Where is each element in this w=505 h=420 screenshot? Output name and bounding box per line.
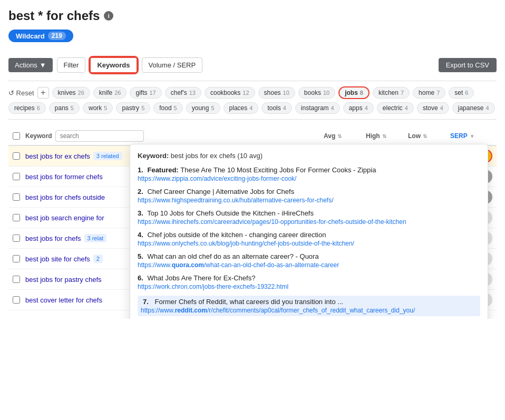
row-checkbox[interactable]: [13, 193, 20, 201]
serp-result-title: 1. Featured: These Are The 10 Most Excit…: [138, 166, 480, 174]
serp-result-item: 6. What Jobs Are There for Ex-Chefs? htt…: [138, 274, 480, 290]
row-checkbox[interactable]: [13, 276, 20, 283]
actions-button[interactable]: Actions ▼: [8, 58, 53, 72]
serp-sort-icon: ▼: [470, 133, 475, 139]
page-title: best * for chefs i: [8, 8, 497, 23]
table-header: Keyword Avg ⇅ High ⇅ Low ⇅ SERP ▼: [8, 127, 497, 146]
keyword-text: best jobs for former chefs: [25, 173, 103, 181]
low-col-header[interactable]: Low ⇅: [408, 132, 450, 140]
tag-young[interactable]: young 5: [186, 102, 220, 114]
serp-result-url[interactable]: https://www.reddit.com/r/chefit/comments…: [141, 307, 477, 314]
serp-result-title: 6. What Jobs Are There for Ex-Chefs?: [138, 274, 480, 282]
tag-instagram[interactable]: instagram 4: [295, 102, 340, 114]
serp-col-header[interactable]: SERP ▼: [450, 132, 492, 140]
row-checkbox[interactable]: [13, 235, 20, 242]
serp-result-item: 7. Former Chefs of Reddit, what careers …: [138, 296, 480, 316]
keywords-tab[interactable]: Keywords: [90, 57, 137, 73]
serp-result-title: 5. What can an old chef do as an alterna…: [138, 252, 480, 260]
tag-knives[interactable]: knives 26: [52, 87, 90, 99]
row-checkbox[interactable]: [13, 152, 20, 160]
reset-button[interactable]: ↺ Reset: [8, 89, 34, 97]
keyword-table: Keyword Avg ⇅ High ⇅ Low ⇅ SERP ▼ best j…: [8, 127, 497, 310]
serp-result-item: 2. Chef Career Change | Alternative Jobs…: [138, 188, 480, 204]
keyword-text: best job site for chefs: [25, 255, 90, 263]
keyword-search-input[interactable]: [55, 130, 144, 142]
export-button[interactable]: Export to CSV: [439, 58, 497, 72]
tag-places[interactable]: places 4: [224, 102, 259, 114]
tag-home[interactable]: home 7: [413, 87, 445, 99]
tag-books[interactable]: books 10: [298, 87, 335, 99]
row-checkbox[interactable]: [13, 255, 20, 262]
select-all-checkbox[interactable]: [13, 132, 20, 140]
tag-kitchen[interactable]: kitchen 7: [373, 87, 410, 99]
tag-stove[interactable]: stove 4: [417, 102, 449, 114]
tag-knife[interactable]: knife 26: [93, 87, 127, 99]
keyword-text: best jobs for chefs outside: [25, 193, 105, 201]
tag-chef's[interactable]: chef's 13: [165, 87, 201, 99]
serp-result-item: 4. Chef jobs outside of the kitchen - ch…: [138, 231, 480, 247]
keyword-text: best cover letter for chefs: [25, 296, 102, 304]
keyword-text: best job search engine for: [25, 214, 104, 222]
tag-set[interactable]: set 6: [449, 87, 474, 99]
serp-result-url[interactable]: https://www.quora.com/what-can-an-old-ch…: [138, 261, 480, 269]
related-badge[interactable]: 3 relat: [84, 234, 107, 242]
serp-result-url[interactable]: https://www.zippia.com/advice/exciting-j…: [138, 175, 480, 182]
row-checkbox[interactable]: [13, 173, 20, 180]
avg-sort-icon: ⇅: [337, 133, 342, 139]
keyword-col-header[interactable]: Keyword: [25, 132, 52, 140]
serp-result-title: 4. Chef jobs outside of the kitchen - ch…: [138, 231, 480, 239]
wildcard-badge: Wildcard 219: [8, 30, 73, 42]
high-sort-icon: ⇅: [382, 133, 386, 139]
keyword-text: best jobs for pastry chefs: [25, 276, 102, 284]
tag-pans[interactable]: pans 5: [49, 102, 80, 114]
keyword-tags-area: ↺ Reset + knives 26knife 26gifts 17chef'…: [8, 81, 497, 120]
tag-gifts[interactable]: gifts 17: [130, 87, 161, 99]
high-col-header[interactable]: High ⇅: [366, 132, 408, 140]
serp-result-title: 7. Former Chefs of Reddit, what careers …: [141, 298, 477, 306]
chevron-down-icon: ▼: [40, 61, 46, 69]
popup-serp-list: 1. Featured: These Are The 10 Most Excit…: [138, 166, 480, 319]
keyword-text: best jobs for chefs: [25, 235, 81, 242]
related-badge[interactable]: 3 related: [93, 152, 122, 160]
avg-col-header[interactable]: Avg ⇅: [324, 132, 366, 140]
row-checkbox[interactable]: [13, 214, 20, 221]
serp-result-item: 3. Top 10 Jobs for Chefs Outside the Kit…: [138, 209, 480, 226]
add-tag-button[interactable]: +: [37, 87, 49, 99]
serp-popup: Keyword: best jobs for ex chefs (10 avg)…: [130, 144, 488, 319]
info-icon[interactable]: i: [104, 11, 113, 21]
low-sort-icon: ⇅: [423, 133, 427, 139]
row-checkbox[interactable]: [13, 296, 20, 304]
tag-electric[interactable]: electric 4: [377, 102, 414, 114]
tag-work[interactable]: work 5: [83, 102, 113, 114]
serp-result-item: 5. What can an old chef do as an alterna…: [138, 252, 480, 269]
tag-food[interactable]: food 5: [153, 102, 182, 114]
tag-pastry[interactable]: pastry 5: [116, 102, 150, 114]
filter-button[interactable]: Filter: [57, 57, 86, 73]
serp-result-url[interactable]: https://www.onlychefs.co.uk/blog/job-hun…: [138, 240, 480, 247]
tag-shoes[interactable]: shoes 10: [258, 87, 295, 99]
keyword-text: best jobs for ex chefs: [25, 152, 90, 160]
tag-jobs[interactable]: jobs 8: [338, 86, 370, 99]
related-badge[interactable]: 2: [93, 255, 103, 263]
tag-japanese[interactable]: japanese 4: [452, 102, 495, 114]
serp-result-title: 3. Top 10 Jobs for Chefs Outside the Kit…: [138, 209, 480, 217]
serp-result-item: 1. Featured: These Are The 10 Most Excit…: [138, 166, 480, 182]
tag-cookbooks[interactable]: cookbooks 12: [205, 87, 255, 99]
popup-keyword-title: Keyword: best jobs for ex chefs (10 avg): [138, 152, 480, 160]
serp-result-url[interactable]: https://www.ihirechefs.com/careeradvice/…: [138, 218, 480, 226]
volume-tab[interactable]: Volume / SERP: [142, 57, 203, 73]
serp-result-url[interactable]: https://work.chron.com/jobs-there-exchef…: [138, 283, 480, 290]
tag-apps[interactable]: apps 4: [343, 102, 374, 114]
tag-tools[interactable]: tools 4: [261, 102, 292, 114]
tag-recipes[interactable]: recipes 6: [8, 102, 46, 114]
serp-result-title: 2. Chef Career Change | Alternative Jobs…: [138, 188, 480, 196]
toolbar: Actions ▼ Filter Keywords Volume / SERP …: [8, 57, 497, 73]
serp-result-url[interactable]: https://www.highspeedtraining.co.uk/hub/…: [138, 197, 480, 204]
